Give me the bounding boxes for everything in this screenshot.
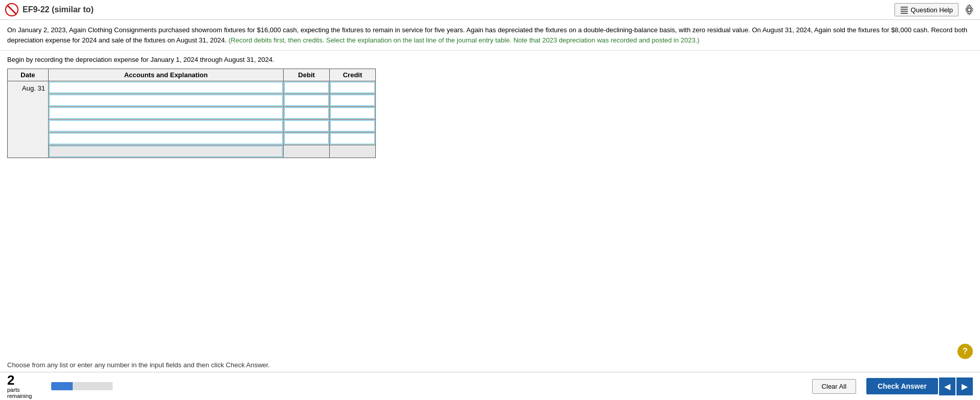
credit-cell xyxy=(330,107,376,120)
col-header-accounts: Accounts and Explanation xyxy=(48,69,283,81)
table-row xyxy=(8,120,376,132)
debit-input-4[interactable] xyxy=(284,120,329,131)
parts-number: 2 xyxy=(7,373,14,387)
debit-input-1[interactable] xyxy=(284,82,329,93)
header: EF9-22 (similar to) Question Help xyxy=(0,0,980,20)
credit-cell xyxy=(330,81,376,94)
debit-cell-empty xyxy=(284,145,330,158)
credit-input-3[interactable] xyxy=(330,107,375,119)
credit-input-4[interactable] xyxy=(330,120,375,131)
help-circle-label: ? xyxy=(963,347,968,356)
account-cell xyxy=(48,120,283,132)
table-row xyxy=(8,94,376,107)
instructions: Begin by recording the depreciation expe… xyxy=(0,51,980,66)
svg-rect-5 xyxy=(901,13,908,14)
svg-point-6 xyxy=(968,8,971,12)
hint-text: Choose from any list or enter any number… xyxy=(7,361,270,369)
prev-button[interactable]: ◀ xyxy=(939,377,955,395)
journal-table-container: Date Accounts and Explanation Debit Cred… xyxy=(0,69,980,158)
journal-table: Date Accounts and Explanation Debit Cred… xyxy=(7,69,376,158)
table-row xyxy=(8,145,376,158)
problem-hint-text: (Record debits first, then credits. Sele… xyxy=(228,36,699,44)
col-header-date: Date xyxy=(8,69,49,81)
account-cell xyxy=(48,132,283,145)
question-help-label: Question Help xyxy=(911,6,953,14)
logo-icon xyxy=(5,3,18,16)
header-left: EF9-22 (similar to) xyxy=(5,3,94,16)
account-cell xyxy=(48,107,283,120)
debit-cell xyxy=(284,81,330,94)
debit-input-3[interactable] xyxy=(284,107,329,119)
debit-input-2[interactable] xyxy=(284,95,329,106)
table-row xyxy=(8,107,376,120)
svg-rect-2 xyxy=(901,7,908,8)
explanation-input[interactable] xyxy=(49,146,283,157)
table-row xyxy=(8,132,376,145)
list-icon xyxy=(900,6,908,14)
progress-bar xyxy=(51,382,113,390)
question-help-button[interactable]: Question Help xyxy=(894,3,958,16)
account-input-1[interactable] xyxy=(49,82,283,93)
debit-cell xyxy=(284,107,330,120)
account-input-5[interactable] xyxy=(49,133,283,144)
header-right: Question Help xyxy=(894,3,975,16)
col-header-credit: Credit xyxy=(330,69,376,81)
debit-cell xyxy=(284,120,330,132)
instructions-text: Begin by recording the depreciation expe… xyxy=(7,56,274,63)
account-cell xyxy=(48,94,283,107)
col-header-debit: Debit xyxy=(284,69,330,81)
bottom-hint: Choose from any list or enter any number… xyxy=(0,358,980,372)
status-bar: 2 parts remaining Clear All Check Answer… xyxy=(0,372,980,400)
gear-icon[interactable] xyxy=(964,4,975,15)
credit-cell xyxy=(330,94,376,107)
account-cell xyxy=(48,81,283,94)
problem-area: On January 2, 2023, Again Clothing Consi… xyxy=(0,20,980,51)
credit-input-5[interactable] xyxy=(330,133,375,144)
debit-cell xyxy=(284,94,330,107)
table-row: Aug. 31 xyxy=(8,81,376,94)
parts-label: parts remaining xyxy=(7,387,32,399)
credit-input-1[interactable] xyxy=(330,82,375,93)
explanation-cell xyxy=(48,145,283,158)
progress-bar-fill xyxy=(51,382,73,390)
credit-input-2[interactable] xyxy=(330,95,375,106)
account-input-3[interactable] xyxy=(49,107,283,119)
account-input-4[interactable] xyxy=(49,120,283,131)
svg-rect-3 xyxy=(901,9,908,10)
debit-input-5[interactable] xyxy=(284,133,329,144)
svg-line-1 xyxy=(8,6,16,14)
check-answer-button[interactable]: Check Answer xyxy=(866,378,938,394)
help-circle-button[interactable]: ? xyxy=(957,344,973,359)
parts-remaining: 2 parts remaining xyxy=(7,373,32,399)
credit-cell-empty xyxy=(330,145,376,158)
page-title: EF9-22 (similar to) xyxy=(23,5,94,14)
clear-all-button[interactable]: Clear All xyxy=(812,379,856,394)
svg-rect-4 xyxy=(901,11,908,12)
date-cell: Aug. 31 xyxy=(8,81,49,158)
credit-cell xyxy=(330,132,376,145)
debit-cell xyxy=(284,132,330,145)
credit-cell xyxy=(330,120,376,132)
account-input-2[interactable] xyxy=(49,95,283,106)
next-button[interactable]: ▶ xyxy=(956,377,973,395)
